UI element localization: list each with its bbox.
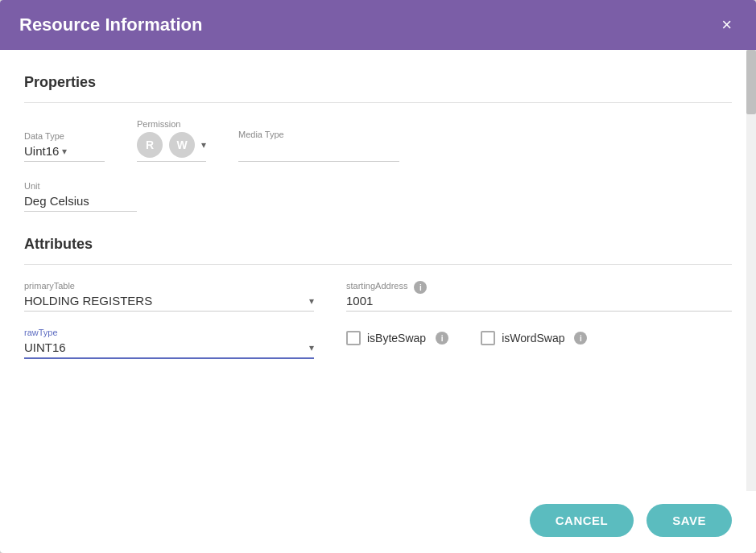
- data-type-group: Data Type Uint16 ▾: [24, 131, 105, 162]
- byte-swap-group: isByteSwap i: [346, 331, 448, 345]
- modal-header: Resource Information ×: [0, 0, 756, 50]
- unit-input[interactable]: [24, 194, 137, 212]
- primary-table-value: HOLDING REGISTERS: [24, 294, 152, 307]
- scrollbar-track[interactable]: [746, 50, 756, 491]
- properties-section: Properties Data Type Uint16 ▾ Permission…: [24, 74, 732, 212]
- modal-title: Resource Information: [19, 14, 202, 35]
- byte-swap-label: isByteSwap: [367, 332, 426, 345]
- attributes-row1: primaryTable HOLDING REGISTERS ▾ startin…: [24, 281, 732, 312]
- starting-address-input[interactable]: [346, 294, 732, 312]
- raw-type-chevron-icon: ▾: [309, 342, 314, 353]
- unit-label: Unit: [24, 181, 732, 191]
- word-swap-label: isWordSwap: [502, 332, 564, 345]
- primary-table-chevron-icon: ▾: [309, 295, 314, 307]
- starting-address-label: startingAddress: [346, 281, 407, 291]
- starting-address-group: startingAddress i: [346, 281, 732, 312]
- data-type-select[interactable]: Uint16 ▾: [24, 144, 105, 162]
- modal-body: Properties Data Type Uint16 ▾ Permission…: [0, 50, 756, 491]
- permission-r-circle[interactable]: R: [137, 132, 163, 158]
- unit-row: Unit: [24, 181, 732, 212]
- permission-group: Permission R W ▾: [137, 119, 206, 162]
- raw-type-value: UINT16: [24, 340, 66, 354]
- primary-table-label: primaryTable: [24, 281, 314, 291]
- checkboxes-row: isByteSwap i isWordSwap i: [346, 331, 587, 345]
- byte-swap-info-icon[interactable]: i: [436, 332, 448, 345]
- raw-type-select[interactable]: UINT16 ▾: [24, 340, 314, 359]
- permission-w-circle[interactable]: W: [169, 132, 195, 158]
- media-type-label: Media Type: [238, 130, 399, 139]
- word-swap-checkbox[interactable]: [481, 331, 495, 345]
- attributes-divider: [24, 264, 732, 265]
- properties-section-title: Properties: [24, 74, 732, 91]
- data-type-label: Data Type: [24, 131, 105, 141]
- resource-information-modal: Resource Information × Properties Data T…: [0, 0, 756, 553]
- media-type-group: Media Type: [238, 130, 399, 162]
- properties-row: Data Type Uint16 ▾ Permission R W ▾: [24, 119, 732, 162]
- permission-label: Permission: [137, 119, 206, 129]
- attributes-section: Attributes primaryTable HOLDING REGISTER…: [24, 236, 732, 359]
- attributes-row2-wrapper: rawType UINT16 ▾ isByteSwap i isWordSwap: [24, 328, 732, 359]
- primary-table-group: primaryTable HOLDING REGISTERS ▾: [24, 281, 314, 312]
- raw-type-label: rawType: [24, 328, 314, 337]
- close-button[interactable]: ×: [717, 14, 737, 35]
- starting-address-info-icon[interactable]: i: [414, 281, 427, 294]
- raw-type-group: rawType UINT16 ▾: [24, 328, 314, 359]
- data-type-chevron-icon: ▾: [62, 146, 67, 157]
- word-swap-info-icon[interactable]: i: [574, 332, 587, 345]
- scrollbar-thumb[interactable]: [746, 50, 756, 114]
- data-type-value: Uint16: [24, 144, 59, 158]
- byte-swap-checkbox[interactable]: [346, 331, 361, 345]
- media-type-input[interactable]: [238, 142, 399, 162]
- cancel-button[interactable]: CANCEL: [530, 504, 634, 537]
- modal-footer: CANCEL SAVE: [0, 491, 756, 553]
- word-swap-group: isWordSwap i: [481, 331, 587, 345]
- save-button[interactable]: SAVE: [647, 504, 732, 537]
- properties-divider: [24, 102, 732, 103]
- primary-table-select[interactable]: HOLDING REGISTERS ▾: [24, 294, 314, 312]
- permission-chevron-icon: ▾: [201, 139, 206, 151]
- permission-selector[interactable]: R W ▾: [137, 132, 206, 162]
- attributes-section-title: Attributes: [24, 236, 732, 253]
